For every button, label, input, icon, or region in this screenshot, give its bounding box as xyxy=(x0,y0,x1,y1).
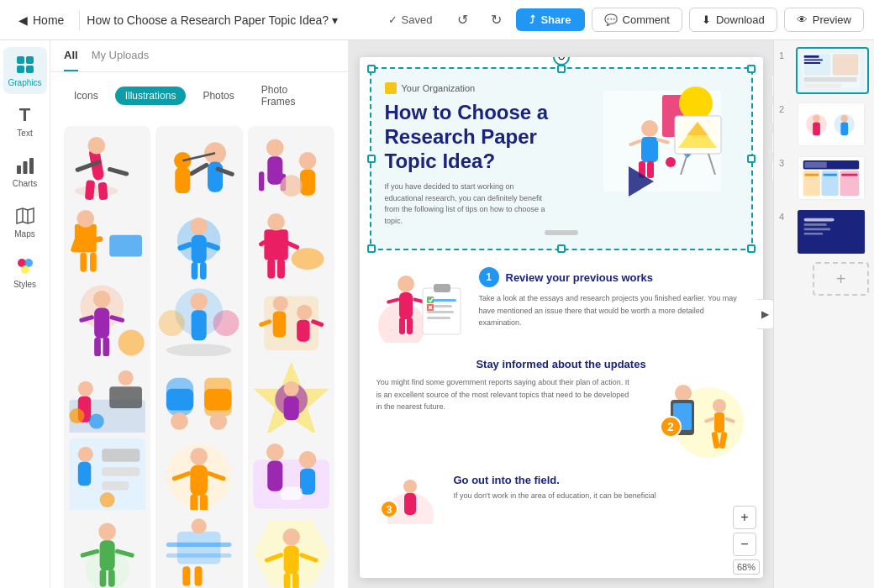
list-item[interactable] xyxy=(64,510,150,588)
sidebar-item-charts[interactable]: Charts xyxy=(3,148,47,195)
svg-point-62 xyxy=(191,292,208,310)
zoom-out-button[interactable]: − xyxy=(733,533,756,556)
sub-tab-photo-frames[interactable]: Photo Frames xyxy=(251,81,334,111)
list-item[interactable] xyxy=(248,356,334,443)
svg-rect-106 xyxy=(267,461,282,491)
slide-thumb-4[interactable]: 4 xyxy=(779,208,869,255)
list-item[interactable] xyxy=(155,280,242,366)
handle-mr[interactable] xyxy=(747,155,756,163)
element-toolbar: ⧉ ⊞ 🗑 ⋮ xyxy=(771,74,774,183)
download-button[interactable]: ⬇ Download xyxy=(689,8,777,32)
sub-tab-icons[interactable]: Icons xyxy=(64,87,108,105)
list-item[interactable] xyxy=(155,510,242,588)
section-3-text: Go out into the field. If you don't work… xyxy=(454,474,746,501)
sidebar-item-maps[interactable]: Maps xyxy=(3,198,47,245)
slide-thumb-1[interactable]: 1 xyxy=(779,47,869,94)
copy-element-button[interactable]: ⧉ xyxy=(771,74,774,97)
tab-my-uploads[interactable]: My Uploads xyxy=(92,49,150,71)
svg-rect-112 xyxy=(100,540,115,570)
sidebar-item-text[interactable]: T Text xyxy=(3,97,47,144)
list-item[interactable] xyxy=(155,202,242,289)
slide-num-3: 3 xyxy=(779,158,791,168)
saved-button[interactable]: ✓ Saved xyxy=(378,8,443,31)
list-item[interactable] xyxy=(248,126,334,213)
handle-tl[interactable] xyxy=(367,65,376,73)
slide-header[interactable]: ↻ xyxy=(370,67,753,250)
redo-button[interactable]: ↻ xyxy=(482,7,509,34)
sidebar-item-graphics[interactable]: Graphics xyxy=(3,47,47,94)
eye-icon: 👁 xyxy=(797,13,808,26)
zoom-in-button[interactable]: + xyxy=(733,506,756,529)
svg-rect-188 xyxy=(833,54,859,75)
slide-illustration[interactable] xyxy=(587,82,738,208)
svg-point-149 xyxy=(398,276,414,292)
svg-point-76 xyxy=(69,408,84,423)
share-button[interactable]: ⤴ Share xyxy=(516,8,584,31)
svg-rect-115 xyxy=(100,570,107,587)
maps-label: Maps xyxy=(14,229,34,239)
sub-tab-photos[interactable]: Photos xyxy=(192,87,244,105)
list-item[interactable] xyxy=(64,433,150,519)
handle-ml[interactable] xyxy=(367,155,376,163)
org-label: Your Organization xyxy=(402,83,476,93)
handle-bl[interactable] xyxy=(367,244,376,253)
list-item[interactable] xyxy=(248,510,334,588)
slide-image-4[interactable] xyxy=(796,208,869,255)
text-icon: T xyxy=(14,104,36,126)
handle-br[interactable] xyxy=(747,244,756,253)
title-text: How to Choose a Research Paper Topic Ide… xyxy=(87,13,329,27)
slide-image-3[interactable] xyxy=(796,155,869,202)
svg-point-32 xyxy=(76,210,94,228)
slide-thumb-2[interactable]: 2 xyxy=(779,101,869,148)
svg-point-60 xyxy=(166,344,231,356)
more-element-button[interactable]: ⋮ xyxy=(771,160,774,183)
sub-tab-illustrations[interactable]: Illustrations xyxy=(115,87,187,105)
slide-image-2[interactable] xyxy=(796,101,869,148)
comment-button[interactable]: 💬 Comment xyxy=(592,8,682,32)
list-item[interactable] xyxy=(155,126,242,213)
resize-bar[interactable] xyxy=(545,230,578,235)
download-label: Download xyxy=(716,13,765,26)
svg-point-134 xyxy=(641,120,658,137)
duplicate-element-button[interactable]: ⊞ xyxy=(771,102,774,126)
canvas-scroll[interactable]: ⧉ ⊞ 🗑 ⋮ ↻ xyxy=(349,40,773,588)
undo-button[interactable]: ↺ xyxy=(449,7,476,34)
svg-rect-0 xyxy=(17,56,24,64)
add-slide-button[interactable]: + xyxy=(813,262,869,296)
list-item[interactable] xyxy=(248,433,334,519)
list-item[interactable] xyxy=(155,433,242,519)
svg-point-124 xyxy=(282,528,300,546)
list-item[interactable] xyxy=(248,280,334,366)
svg-point-74 xyxy=(78,381,93,396)
title-chevron: ▾ xyxy=(332,13,338,27)
slide-thumb-3[interactable]: 3 xyxy=(779,155,869,202)
delete-element-button[interactable]: 🗑 xyxy=(771,131,774,155)
charts-label: Charts xyxy=(13,179,37,188)
svg-rect-119 xyxy=(166,542,231,546)
slide-image-1[interactable] xyxy=(796,47,869,94)
svg-point-67 xyxy=(272,296,287,311)
svg-point-118 xyxy=(192,518,207,533)
handle-tr[interactable] xyxy=(747,65,756,73)
handle-bc[interactable] xyxy=(557,244,566,253)
sidebar-item-styles[interactable]: Styles xyxy=(3,249,47,296)
topbar-divider xyxy=(79,10,80,30)
svg-rect-116 xyxy=(108,570,115,587)
svg-rect-159 xyxy=(427,311,454,313)
list-item[interactable] xyxy=(248,202,334,289)
panel-sub-tabs: Icons Illustrations Photos Photo Frames xyxy=(50,72,348,119)
home-button[interactable]: ◀ Home xyxy=(10,8,72,32)
preview-button[interactable]: 👁 Preview xyxy=(784,8,864,32)
home-label: Home xyxy=(33,13,64,27)
tab-all[interactable]: All xyxy=(64,49,78,71)
svg-rect-2 xyxy=(17,66,24,73)
svg-rect-78 xyxy=(109,386,142,408)
list-item[interactable] xyxy=(64,280,150,366)
expand-panel-button[interactable]: ▶ xyxy=(757,299,773,329)
list-item[interactable] xyxy=(64,126,150,213)
list-item[interactable] xyxy=(155,356,242,443)
list-item[interactable] xyxy=(64,202,150,289)
list-item[interactable] xyxy=(64,356,150,443)
handle-tc[interactable] xyxy=(557,65,566,73)
document-title[interactable]: How to Choose a Research Paper Topic Ide… xyxy=(87,13,338,27)
